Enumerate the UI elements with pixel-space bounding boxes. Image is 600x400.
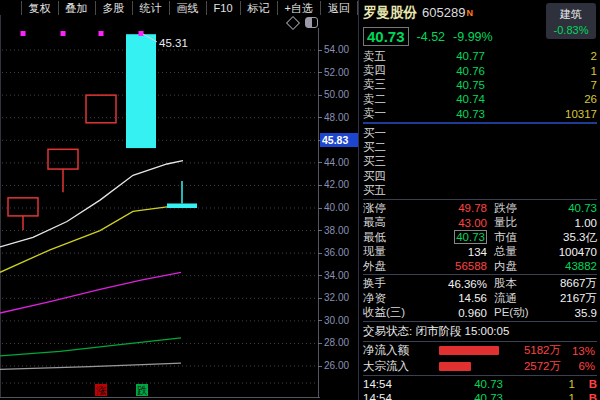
ask-row-5[interactable]: 卖四40.761 [363, 63, 597, 77]
stat-row: 最低40.73市值35.3亿 [363, 230, 597, 245]
level-volume: 1 [485, 65, 597, 77]
level-label: 买三 [363, 154, 423, 169]
axis-price-marker: 45.83 [320, 133, 358, 147]
bid-row-2[interactable]: 买二 [363, 140, 597, 154]
axis-tick [318, 162, 322, 163]
stat-value: 8667万 [542, 276, 597, 291]
axis-tick [318, 320, 322, 321]
bid-queue: 买一买二买三买四买五 [363, 125, 597, 198]
stock-code: 605289 [422, 5, 465, 20]
stat-value: 49.78 [409, 202, 487, 214]
svg-text:跌: 跌 [137, 385, 147, 396]
tick-volume: 1 [503, 392, 575, 400]
stat-value: 1.00 [542, 217, 597, 229]
level-label: 买五 [363, 183, 423, 198]
stats-group-2: 换手46.36%股本8667万净资14.56流通2167万收益(三)0.960P… [363, 276, 597, 320]
level-label: 买四 [363, 169, 423, 184]
stat-label: PE(动) [494, 305, 542, 320]
axis-tick [318, 343, 322, 344]
stat-row: 最高43.00量比1.00 [363, 215, 597, 230]
stat-value: 0.960 [409, 307, 487, 319]
sector-tag-badge[interactable]: 建筑 -0.83% [546, 3, 596, 39]
flow-percent: 6% [578, 360, 595, 372]
candle-4 [167, 203, 197, 208]
stat-label: 收益(三) [363, 305, 409, 320]
stat-value: 14.56 [409, 292, 487, 304]
bid-row-1[interactable]: 买一 [363, 126, 597, 140]
axis-tick [318, 72, 322, 73]
stat-label: 股本 [494, 276, 542, 291]
stat-label: 最低 [363, 230, 409, 245]
last-price: 40.73 [363, 27, 409, 46]
price-annotation: 45.31 [159, 37, 188, 49]
ask-row-2[interactable]: 卖一40.7310317 [363, 107, 597, 121]
level-label: 买一 [363, 126, 423, 141]
axis-tick [318, 275, 322, 276]
stat-label: 换手 [363, 276, 409, 291]
tick-side: B [575, 392, 597, 400]
bid-row-5[interactable]: 买五 [363, 184, 597, 198]
level-label: 卖三 [363, 77, 423, 92]
stat-value: 46.36% [409, 278, 487, 290]
tick-row-0[interactable]: 14:5440.731B [363, 377, 597, 391]
candle-3 [126, 34, 156, 148]
divider [363, 375, 597, 376]
axis-tick [318, 366, 322, 367]
signal-dot [61, 31, 66, 36]
price-change: -4.52 [417, 30, 446, 44]
tick-row-1[interactable]: 14:5440.731B [363, 391, 597, 400]
axis-label: 52.00 [324, 67, 349, 78]
ask-row-3[interactable]: 卖二40.7426 [363, 92, 597, 106]
level-volume: 10317 [485, 108, 597, 120]
stat-value: 2167万 [542, 291, 597, 306]
sector-tag-change: -0.83% [554, 24, 589, 36]
stat-label: 现量 [363, 244, 409, 259]
axis-tick [318, 50, 322, 51]
stat-value: 134 [409, 246, 487, 258]
stat-label: 跌停 [494, 201, 542, 216]
stat-label: 外盘 [363, 259, 409, 274]
flow-label: 净流入额 [363, 343, 439, 358]
ask-row-6[interactable]: 卖五40.772 [363, 49, 597, 63]
axis-tick [318, 185, 322, 186]
stat-row: 换手46.36%股本8667万 [363, 276, 597, 291]
bid-ask-divider [363, 122, 597, 124]
level-volume: 26 [485, 93, 597, 105]
stat-label: 总量 [494, 244, 542, 259]
level-label: 卖一 [363, 106, 423, 121]
flow-bar [439, 346, 499, 355]
stock-name: 罗曼股份 [363, 4, 417, 22]
new-stock-marker: N [466, 8, 473, 18]
axis-label: 44.00 [324, 157, 349, 168]
level-price: 40.74 [423, 93, 485, 105]
candle-1 [48, 149, 78, 169]
signal-dot [99, 31, 104, 36]
flow-bar [439, 362, 471, 371]
level-price: 40.77 [423, 50, 485, 62]
flow-row-1: 大宗流入2572万6% [363, 358, 597, 374]
ma-green [0, 338, 181, 356]
stat-row: 净资14.56流通2167万 [363, 291, 597, 306]
tick-list[interactable]: 14:5440.731B14:5440.731B [363, 377, 597, 400]
flow-percent: 13% [572, 345, 595, 357]
candle-2 [86, 95, 116, 123]
flow-row-0: 净流入额5182万13% [363, 343, 597, 359]
stat-value: 43882 [542, 260, 597, 272]
stat-value: 35.9 [542, 307, 597, 319]
level-label: 卖五 [363, 49, 423, 64]
kline-chart[interactable]: 45.31涨跌 [0, 0, 320, 400]
stat-label: 净资 [363, 291, 409, 306]
tick-volume: 1 [503, 378, 575, 390]
stat-row: 外盘56588内盘43882 [363, 259, 597, 274]
stat-label: 流通 [494, 291, 542, 306]
axis-tick [318, 230, 322, 231]
ask-row-4[interactable]: 卖三40.757 [363, 78, 597, 92]
stat-row: 现量134总量100470 [363, 244, 597, 259]
level-volume: 2 [485, 50, 597, 62]
stat-label: 量比 [494, 215, 542, 230]
bid-row-3[interactable]: 买三 [363, 155, 597, 169]
axis-label: 42.00 [324, 179, 349, 190]
bid-row-4[interactable]: 买四 [363, 169, 597, 183]
price-axis: 54.0052.0050.0048.0046.0044.0042.0040.00… [320, 0, 358, 400]
axis-label: 28.00 [324, 337, 349, 348]
